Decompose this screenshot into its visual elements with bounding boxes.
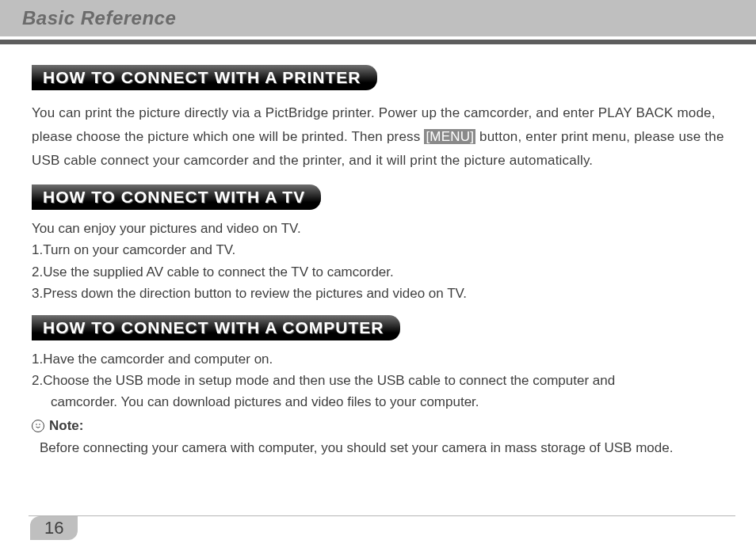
footer-divider	[29, 515, 735, 516]
tv-step-1: 1.Turn on your camcorder and TV.	[32, 239, 731, 260]
section-heading-printer: HOW TO CONNECT WITH A PRINTER	[32, 65, 377, 90]
tv-steps: You can enjoy your pictures and video on…	[32, 218, 731, 304]
note-row: Note:	[32, 418, 731, 434]
computer-step-2b: camcorder. You can download pictures and…	[32, 391, 731, 413]
header-band: Basic Reference	[0, 0, 756, 36]
section-heading-tv: HOW TO CONNECT WITH A TV	[32, 184, 321, 210]
svg-point-1	[39, 424, 40, 425]
page-title: Basic Reference	[22, 7, 176, 29]
computer-step-2a: 2.Choose the USB mode in setup mode and …	[32, 370, 731, 391]
svg-point-0	[36, 424, 37, 425]
section-heading-computer: HOW TO CONNECT WITH A COMPUTER	[32, 315, 400, 340]
page-number: 16	[30, 516, 78, 540]
tv-intro: You can enjoy your pictures and video on…	[32, 218, 731, 239]
computer-steps: 1.Have the camcorder and computer on. 2.…	[32, 348, 731, 413]
tv-step-3: 3.Press down the direction button to rev…	[32, 283, 731, 304]
note-text: Before connecting your camera with compu…	[40, 437, 731, 458]
computer-step-1: 1.Have the camcorder and computer on.	[32, 348, 731, 370]
printer-paragraph: You can print the picture directly via a…	[32, 101, 731, 172]
menu-button-label: [MENU]	[424, 129, 475, 144]
tv-step-2: 2.Use the supplied AV cable to connect t…	[32, 261, 731, 283]
note-label: Note:	[49, 418, 83, 434]
smile-icon	[32, 420, 44, 432]
page-body: HOW TO CONNECT WITH A PRINTER You can pr…	[0, 44, 756, 458]
